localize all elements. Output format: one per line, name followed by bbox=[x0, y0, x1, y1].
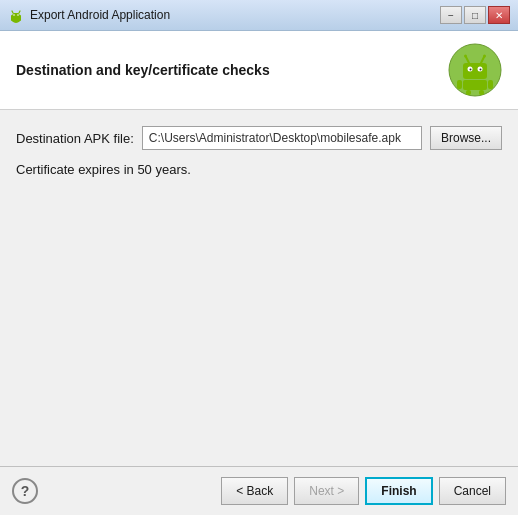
dialog-body: Destination APK file: Browse... Certific… bbox=[0, 110, 518, 466]
svg-rect-8 bbox=[463, 63, 487, 79]
svg-rect-18 bbox=[457, 80, 462, 89]
header-section: Destination and key/certificate checks bbox=[0, 31, 518, 110]
svg-point-4 bbox=[17, 14, 19, 16]
header-title: Destination and key/certificate checks bbox=[16, 62, 270, 78]
title-bar-controls: − □ ✕ bbox=[440, 6, 510, 24]
title-bar: Export Android Application − □ ✕ bbox=[0, 0, 518, 31]
svg-rect-19 bbox=[488, 80, 493, 89]
android-robot-icon bbox=[448, 43, 502, 97]
cancel-button[interactable]: Cancel bbox=[439, 477, 506, 505]
title-bar-text: Export Android Application bbox=[30, 8, 170, 22]
title-bar-left: Export Android Application bbox=[8, 7, 170, 23]
svg-line-5 bbox=[12, 11, 13, 13]
svg-rect-21 bbox=[479, 90, 484, 95]
svg-line-6 bbox=[19, 11, 20, 13]
back-button[interactable]: < Back bbox=[221, 477, 288, 505]
svg-point-16 bbox=[483, 55, 486, 58]
svg-point-14 bbox=[464, 55, 467, 58]
finish-button[interactable]: Finish bbox=[365, 477, 432, 505]
svg-point-11 bbox=[470, 69, 472, 71]
footer-left: ? bbox=[12, 478, 38, 504]
svg-rect-20 bbox=[466, 90, 471, 95]
next-button[interactable]: Next > bbox=[294, 477, 359, 505]
content-area: Destination APK file: Browse... Certific… bbox=[0, 110, 518, 466]
destination-input[interactable] bbox=[142, 126, 422, 150]
destination-row: Destination APK file: Browse... bbox=[16, 126, 502, 150]
footer: ? < Back Next > Finish Cancel bbox=[0, 466, 518, 515]
minimize-button[interactable]: − bbox=[440, 6, 462, 24]
restore-button[interactable]: □ bbox=[464, 6, 486, 24]
help-button[interactable]: ? bbox=[12, 478, 38, 504]
svg-rect-17 bbox=[463, 80, 487, 90]
title-icon bbox=[8, 7, 24, 23]
browse-button[interactable]: Browse... bbox=[430, 126, 502, 150]
footer-right: < Back Next > Finish Cancel bbox=[221, 477, 506, 505]
close-button[interactable]: ✕ bbox=[488, 6, 510, 24]
destination-label: Destination APK file: bbox=[16, 131, 134, 146]
cert-message: Certificate expires in 50 years. bbox=[16, 162, 502, 177]
svg-point-3 bbox=[13, 14, 15, 16]
svg-point-12 bbox=[480, 69, 482, 71]
